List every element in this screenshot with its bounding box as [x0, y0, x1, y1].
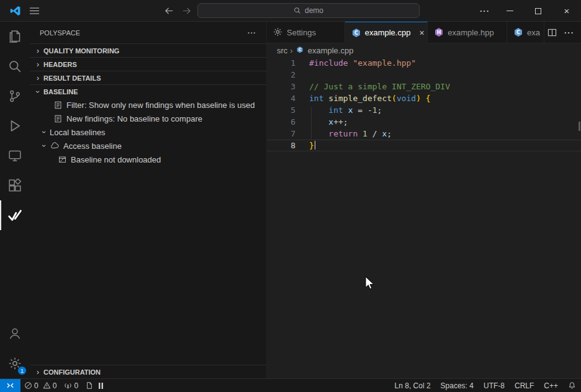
line-number[interactable]: 6 [267, 116, 295, 128]
search-icon [294, 7, 301, 14]
window-close-button[interactable]: × [552, 0, 581, 22]
code-line-text: int simple_defect(void) { [309, 92, 431, 104]
tree-item-label: Filter: Show only new findings when base… [66, 100, 255, 110]
tree-item-label: Local baselines [50, 128, 106, 137]
notifications-button[interactable] [563, 379, 581, 392]
activitybar-explorer-button[interactable] [0, 22, 30, 51]
tree-item-baseline-filter[interactable]: Filter: Show only new findings when base… [30, 98, 266, 112]
title-bar: demo ··· × [0, 0, 581, 22]
line-number[interactable]: 5 [267, 104, 295, 116]
polyspace-run-status-button[interactable] [82, 379, 107, 392]
ports-status-button[interactable]: 0 [60, 379, 82, 392]
section-label: CONFIGURATION [43, 368, 101, 376]
tab-example-hpp[interactable]: H example.hpp [428, 22, 507, 43]
code-token [309, 117, 328, 127]
code-line[interactable]: 3// Just a simple INT_ZERO_DIV [267, 81, 581, 92]
ports-count: 0 [74, 381, 78, 390]
indentation-button[interactable]: Spaces: 4 [436, 379, 479, 392]
titlebar-more-actions-icon[interactable]: ··· [475, 0, 494, 22]
line-number[interactable]: 3 [267, 81, 295, 92]
back-arrow-icon[interactable] [160, 0, 178, 22]
code-token [343, 105, 348, 115]
breadcrumb-file[interactable]: example.cpp [308, 46, 354, 55]
remote-indicator-button[interactable] [0, 379, 20, 392]
code-token: int [309, 94, 323, 103]
tree-item-access-baseline[interactable]: › Access baseline [30, 139, 266, 153]
problems-status-button[interactable]: 0 0 [20, 379, 60, 392]
code-token: ++; [333, 117, 348, 127]
sidebar-title: POLYSPACE [40, 29, 80, 37]
cloud-icon [50, 141, 60, 151]
bell-icon [568, 381, 576, 390]
activitybar-settings-button[interactable]: 1 [0, 349, 30, 378]
tab-truncated[interactable]: C exa [507, 22, 544, 43]
text-caret [315, 141, 315, 149]
window-maximize-button[interactable] [524, 0, 552, 22]
code-line[interactable]: 8} [267, 140, 581, 151]
line-number[interactable]: 1 [267, 57, 295, 69]
activitybar-polyspace-button[interactable] [0, 200, 30, 230]
tab-label: Settings [287, 28, 316, 37]
tab-label: example.cpp [365, 28, 411, 37]
error-count: 0 [34, 381, 38, 390]
section-label: QUALITY MONITORING [43, 47, 119, 55]
code-line[interactable]: 4int simple_defect(void) { [267, 92, 581, 104]
sidebar-more-actions-icon[interactable]: ··· [244, 28, 260, 38]
activitybar-search-button[interactable] [0, 51, 30, 81]
split-editor-icon[interactable] [544, 26, 560, 39]
menu-hamburger-icon[interactable] [26, 0, 42, 22]
activitybar-source-control-button[interactable] [0, 81, 30, 111]
code-line[interactable]: 7 return 1 / x; [267, 128, 581, 140]
section-headers[interactable]: › HEADERS [30, 57, 266, 71]
code-line[interactable]: 1#include "example.hpp" [267, 57, 581, 69]
language-mode-button[interactable]: C++ [539, 379, 563, 392]
vscode-logo-icon [6, 0, 24, 22]
indent-guide [311, 107, 312, 140]
sidebar-polyspace: POLYSPACE ··· › QUALITY MONITORING › HEA… [30, 22, 267, 378]
eol-button[interactable]: CRLF [510, 379, 539, 392]
warning-icon [43, 381, 51, 390]
tree-item-label: Baseline not downloaded [71, 155, 161, 164]
section-label: BASELINE [43, 88, 78, 96]
section-baseline[interactable]: › BASELINE [30, 84, 266, 98]
code-token: #include [309, 58, 348, 68]
tree-item-label: Access baseline [63, 141, 122, 151]
activitybar-remote-explorer-button[interactable] [0, 141, 30, 171]
line-number[interactable]: 2 [267, 69, 295, 81]
breadcrumb-folder[interactable]: src [277, 46, 287, 55]
section-configuration[interactable]: › CONFIGURATION [30, 365, 266, 378]
section-quality-monitoring[interactable]: › QUALITY MONITORING [30, 43, 266, 57]
warning-count: 0 [53, 381, 57, 390]
tree-item-local-baselines[interactable]: › Local baselines [30, 125, 266, 139]
gear-icon [273, 27, 283, 37]
section-result-details[interactable]: › RESULT DETAILS [30, 71, 266, 84]
command-center-search[interactable]: demo [197, 3, 420, 18]
line-number[interactable]: 4 [267, 92, 295, 104]
code-line[interactable]: 6 x++; [267, 116, 581, 128]
cursor-position-button[interactable]: Ln 8, Col 2 [390, 379, 436, 392]
code-area[interactable]: 1#include "example.hpp"23// Just a simpl… [267, 57, 581, 378]
code-line[interactable]: 5 int x = -1; [267, 104, 581, 116]
line-number[interactable]: 7 [267, 128, 295, 140]
editor-more-actions-icon[interactable]: ··· [561, 26, 577, 39]
chevron-right-icon: › [32, 368, 43, 376]
window-minimize-button[interactable] [495, 0, 524, 22]
tree-item-new-findings[interactable]: New findings: No baseline to compare [30, 112, 266, 125]
tab-close-icon[interactable]: × [418, 28, 425, 38]
status-bar: 0 0 0 Ln 8, Col 2 Spaces: 4 UTF-8 CRLF [0, 378, 581, 392]
activitybar-accounts-button[interactable] [0, 319, 30, 349]
code-token: } [309, 141, 314, 150]
main-area: 1 POLYSPACE ··· › QUALITY MONITORING › H… [0, 22, 581, 378]
tab-example-cpp[interactable]: C example.cpp × [345, 22, 428, 43]
settings-badge: 1 [17, 366, 27, 375]
polyspace-check-icon [7, 208, 22, 223]
tree-item-baseline-not-downloaded[interactable]: Baseline not downloaded [30, 153, 266, 166]
encoding-button[interactable]: UTF-8 [479, 379, 510, 392]
code-line[interactable]: 2 [267, 69, 581, 81]
tab-settings[interactable]: Settings [267, 22, 345, 43]
line-number[interactable]: 8 [267, 140, 295, 151]
activitybar-extensions-button[interactable] [0, 171, 30, 200]
activitybar-run-debug-button[interactable] [0, 111, 30, 141]
file-icon [86, 381, 93, 390]
forward-arrow-icon[interactable] [178, 0, 195, 22]
